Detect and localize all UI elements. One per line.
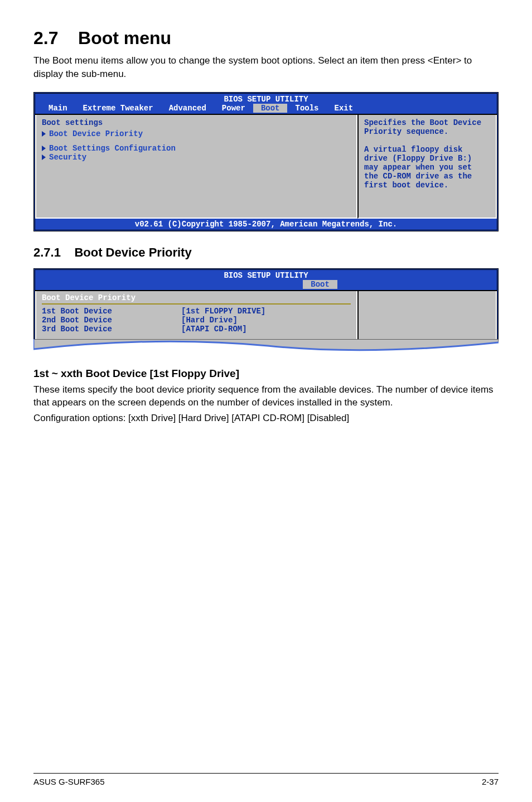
- bios-tab-boot: Boot: [303, 280, 337, 289]
- boot-device-row-2: 2nd Boot Device [Hard Drive]: [42, 316, 351, 325]
- section-heading: 2.7 Boot menu: [33, 28, 499, 49]
- subsection-title: Boot Device Priority: [74, 245, 191, 259]
- bios-heading: Boot Device Priority: [42, 293, 351, 302]
- bios-main-panel: Boot settings Boot Device Priority Boot …: [35, 115, 357, 219]
- triangle-icon: [42, 146, 46, 151]
- footer-page-number: 2-37: [482, 777, 499, 786]
- bios-tab-advanced: Advanced: [161, 104, 214, 113]
- bios-item-label: Boot Device Priority: [49, 129, 143, 138]
- bios-copyright: v02.61 (C)Copyright 1985-2007, American …: [35, 219, 497, 230]
- bios-item-label: Boot Settings Configuration: [49, 144, 176, 153]
- bios-main-panel: Boot Device Priority 1st Boot Device [1s…: [35, 291, 357, 340]
- footer-product: ASUS G-SURF365: [33, 777, 105, 786]
- row-label: 1st Boot Device: [42, 307, 181, 316]
- row-value: [Hard Drive]: [181, 316, 238, 325]
- subsection-number: 2.7.1: [33, 245, 61, 259]
- page-footer: ASUS G-SURF365 2-37: [33, 773, 499, 786]
- bios-item-boot-config: Boot Settings Configuration: [42, 144, 351, 153]
- bios-help-panel: [357, 291, 497, 340]
- bios-heading: Boot settings: [42, 118, 351, 127]
- row-label: 2nd Boot Device: [42, 316, 181, 325]
- body-heading: 1st ~ xxth Boot Device [1st Floppy Drive…: [33, 368, 499, 380]
- bios-tab-boot: Boot: [253, 104, 288, 113]
- bios-title: BIOS SETUP UTILITY: [35, 94, 497, 104]
- section-title: Boot menu: [78, 28, 171, 48]
- body-paragraph-2: Configuration options: [xxth Drive] [Har…: [33, 412, 499, 425]
- torn-edge: [33, 339, 499, 354]
- row-label: 3rd Boot Device: [42, 325, 181, 334]
- triangle-icon: [42, 131, 46, 137]
- subsection-heading: 2.7.1 Boot Device Priority: [33, 245, 499, 260]
- row-value: [1st FLOPPY DRIVE]: [181, 307, 265, 316]
- bios-tab-extreme: Extreme Tweaker: [75, 104, 161, 113]
- row-value: [ATAPI CD-ROM]: [181, 325, 247, 334]
- divider: [42, 303, 351, 305]
- bios-item-label: Security: [49, 153, 86, 162]
- bios-tab-exit: Exit: [327, 104, 361, 113]
- bios-screenshot-1: BIOS SETUP UTILITY Main Extreme Tweaker …: [33, 92, 499, 231]
- boot-device-row-1: 1st Boot Device [1st FLOPPY DRIVE]: [42, 307, 351, 316]
- bios-help-panel: Specifies the Boot Device Priority seque…: [357, 115, 497, 219]
- bios-screenshot-2: BIOS SETUP UTILITY . Boot Boot Device Pr…: [33, 268, 499, 340]
- bios-title: BIOS SETUP UTILITY: [35, 270, 497, 280]
- body-paragraph-1: These items specify the boot device prio…: [33, 383, 499, 410]
- bios-tab-bar: Main Extreme Tweaker Advanced Power Boot…: [35, 104, 497, 114]
- bios-tab-bar: . Boot: [35, 280, 497, 290]
- bios-tab-power: Power: [214, 104, 253, 113]
- bios-item-boot-priority: Boot Device Priority: [42, 129, 351, 138]
- boot-device-row-3: 3rd Boot Device [ATAPI CD-ROM]: [42, 325, 351, 334]
- bios-tab-tools: Tools: [287, 104, 326, 113]
- bios-tab-main: Main: [41, 104, 75, 113]
- section-number: 2.7: [33, 28, 58, 48]
- section-intro: The Boot menu items allow you to change …: [33, 54, 499, 81]
- triangle-icon: [42, 154, 46, 160]
- bios-item-security: Security: [42, 153, 351, 162]
